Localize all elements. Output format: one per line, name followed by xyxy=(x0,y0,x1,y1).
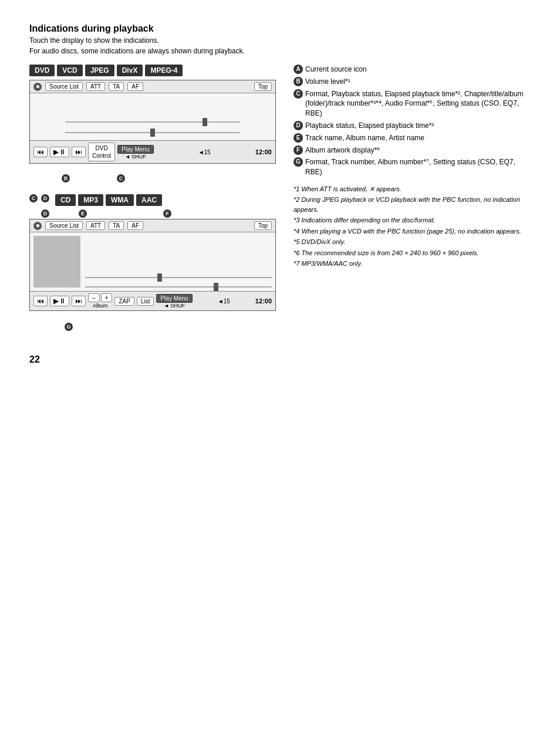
vol-dvd: ◄15 xyxy=(198,149,211,155)
next-btn-dvd[interactable]: ⏭ xyxy=(72,147,86,157)
diagrams-column: DVD VCD JPEG DivX MPEG-4 A Source List A… xyxy=(29,65,276,343)
desc-text-b: Volume level*¹ xyxy=(305,77,350,87)
tab-vcd: VCD xyxy=(57,65,82,76)
description-list: A Current source icon B Volume level*¹ C… xyxy=(294,65,531,177)
page-title: Indications during playback xyxy=(29,23,531,34)
tab-cd: CD xyxy=(55,194,76,206)
desc-text-d: Playback status, Elapsed playback time*² xyxy=(305,121,434,131)
play-btn-cd[interactable]: ▶⏸ xyxy=(50,296,69,306)
dvd-panel-wrapper: A Source List ATT TA AF Top xyxy=(29,80,276,182)
cd-bottom-bar: ⏮ ▶⏸ ⏭ – + Album ZAP List xyxy=(30,291,275,310)
dvd-panel-content xyxy=(30,93,275,140)
ta-btn-cd[interactable]: TA xyxy=(109,221,124,230)
page-container: Indications during playback Touch the di… xyxy=(29,23,531,365)
af-btn-dvd[interactable]: AF xyxy=(127,82,143,91)
desc-item-b: B Volume level*¹ xyxy=(294,77,531,87)
cd-panel-wrapper: Source List ATT TA AF Top xyxy=(29,219,276,331)
list-btn[interactable]: List xyxy=(137,297,154,306)
circle-c: C xyxy=(294,89,303,99)
descriptions-column: A Current source icon B Volume level*¹ C… xyxy=(294,65,531,343)
marker-d-tab: D xyxy=(41,194,49,202)
album-label: Album xyxy=(93,303,108,309)
dvd-top-bar: Source List ATT TA AF Top xyxy=(30,80,275,93)
subtitle1: Touch the display to show the indication… xyxy=(29,36,531,45)
dvd-control-btn[interactable]: DVDControl xyxy=(88,143,115,161)
desc-text-g: Format, Track number, Album number*⁷, Se… xyxy=(305,157,531,177)
prev-btn-cd[interactable]: ⏮ xyxy=(33,296,48,306)
cd-top-bar: Source List ATT TA AF Top xyxy=(30,219,275,232)
subtitle2: For audio discs, some indications are al… xyxy=(29,47,531,55)
album-controls: – + Album xyxy=(88,293,112,309)
zap-btn[interactable]: ZAP xyxy=(114,297,134,306)
tab-aac: AAC xyxy=(136,194,162,206)
tab-dvd: DVD xyxy=(29,65,55,76)
att-btn-dvd[interactable]: ATT xyxy=(86,82,105,91)
circle-d: D xyxy=(294,121,303,130)
marker-c2: C xyxy=(29,194,38,202)
shuf-label-dvd: ◄ SHUF xyxy=(125,154,146,160)
source-icon-cd xyxy=(33,222,42,230)
circle-g: G xyxy=(294,157,303,167)
ta-btn-dvd[interactable]: TA xyxy=(109,82,124,91)
time-dvd: 12:00 xyxy=(255,148,272,155)
desc-item-f: F Album artwork display*⁶ xyxy=(294,146,531,155)
minus-btn[interactable]: – xyxy=(88,293,100,302)
page-number: 22 xyxy=(29,354,531,365)
play-menu-btn-dvd[interactable]: Play Menu xyxy=(117,145,153,154)
source-list-btn-cd[interactable]: Source List xyxy=(45,221,83,230)
circle-e: E xyxy=(294,133,303,143)
circle-f: F xyxy=(294,146,303,155)
desc-item-g: G Format, Track number, Album number*⁷, … xyxy=(294,157,531,177)
desc-text-f: Album artwork display*⁶ xyxy=(305,146,380,155)
source-icon xyxy=(33,83,42,91)
tab-mp3: MP3 xyxy=(78,194,103,206)
source-list-btn-dvd[interactable]: Source List xyxy=(45,82,83,91)
next-btn-cd[interactable]: ⏭ xyxy=(72,296,86,306)
cd-display-panel: Source List ATT TA AF Top xyxy=(29,219,276,311)
shuf-label-cd: ◄ SHUF xyxy=(164,303,185,309)
footnote-4: *4 When playing a VCD with the PBC funct… xyxy=(294,226,531,236)
prev-btn-dvd[interactable]: ⏮ xyxy=(33,147,48,157)
desc-item-d: D Playback status, Elapsed playback time… xyxy=(294,121,531,131)
tab-jpeg: JPEG xyxy=(85,65,114,76)
marker-d: D xyxy=(41,209,49,218)
dvd-bottom-bar: ⏮ ▶⏸ ⏭ DVDControl Play Menu ◄ SHUF ◄15 1… xyxy=(30,140,275,163)
dvd-display-panel: Source List ATT TA AF Top xyxy=(29,80,276,164)
footnote-3: *3 Indications differ depending on the d… xyxy=(294,215,531,225)
circle-a: A xyxy=(294,65,303,74)
tab-mpeg4: MPEG-4 xyxy=(145,65,183,76)
desc-item-c: C Format, Playback status, Elapsed playb… xyxy=(294,89,531,119)
time-cd: 12:00 xyxy=(255,297,272,305)
marker-c: C xyxy=(117,174,125,182)
att-btn-cd[interactable]: ATT xyxy=(86,221,105,230)
vol-cd: ◄15 xyxy=(218,298,230,305)
footnote-2: *2 During JPEG playback or VCD playback … xyxy=(294,195,531,214)
footnote-6: *6 The recommended size is from 240 × 24… xyxy=(294,248,531,258)
cd-tab-row: C D CD MP3 WMA AAC xyxy=(29,194,276,206)
marker-f: F xyxy=(163,209,171,218)
af-btn-cd[interactable]: AF xyxy=(127,221,143,230)
top-btn-dvd[interactable]: Top xyxy=(254,82,272,91)
desc-text-e: Track name, Album name, Artist name xyxy=(305,133,424,143)
plus-btn[interactable]: + xyxy=(101,293,113,302)
footnote-1: *1 When ATT is activated, ✕ appears. xyxy=(294,184,531,194)
album-art xyxy=(33,236,80,288)
marker-e: E xyxy=(79,209,87,218)
marker-b: B xyxy=(62,174,70,182)
slider-track-1 xyxy=(65,132,240,133)
play-menu-btn-cd[interactable]: Play Menu xyxy=(156,294,192,303)
play-btn-dvd[interactable]: ▶⏸ xyxy=(50,147,69,157)
footnotes: *1 When ATT is activated, ✕ appears. *2 … xyxy=(294,184,531,269)
top-btn-cd[interactable]: Top xyxy=(254,221,272,230)
cd-panel-content xyxy=(30,232,275,291)
circle-b: B xyxy=(294,77,303,86)
footnote-7: *7 MP3/WMA/AAC only. xyxy=(294,259,531,269)
dvd-tab-row: DVD VCD JPEG DivX MPEG-4 xyxy=(29,65,276,76)
desc-item-e: E Track name, Album name, Artist name xyxy=(294,133,531,143)
tab-wma: WMA xyxy=(106,194,134,206)
marker-g: G xyxy=(65,323,73,331)
desc-text-c: Format, Playback status, Elapsed playbac… xyxy=(305,89,531,119)
footnote-5: *5 DVD/DivX only. xyxy=(294,237,531,247)
tab-divx: DivX xyxy=(117,65,143,76)
slider-thumb-1[interactable] xyxy=(150,128,155,137)
